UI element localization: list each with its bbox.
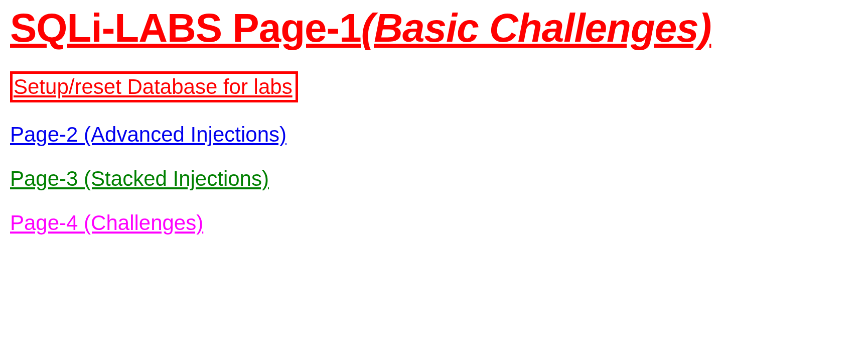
page4-link-row: Page-4 (Challenges) bbox=[10, 211, 858, 235]
setup-link-row: Setup/reset Database for labs bbox=[10, 66, 858, 102]
setup-reset-link[interactable]: Setup/reset Database for labs bbox=[14, 75, 293, 98]
page-2-link[interactable]: Page-2 (Advanced Injections) bbox=[10, 123, 286, 146]
page-3-link[interactable]: Page-3 (Stacked Injections) bbox=[10, 167, 269, 190]
page3-link-row: Page-3 (Stacked Injections) bbox=[10, 167, 858, 191]
page-title-wrap: SQLi-LABS Page-1(Basic Challenges) bbox=[10, 5, 858, 51]
page-title-sub: (Basic Challenges) bbox=[361, 6, 711, 50]
page2-link-row: Page-2 (Advanced Injections) bbox=[10, 123, 858, 147]
page-4-link[interactable]: Page-4 (Challenges) bbox=[10, 211, 203, 235]
page-title-main: SQLi-LABS Page-1 bbox=[10, 6, 361, 50]
setup-link-highlight-box: Setup/reset Database for labs bbox=[10, 71, 298, 102]
